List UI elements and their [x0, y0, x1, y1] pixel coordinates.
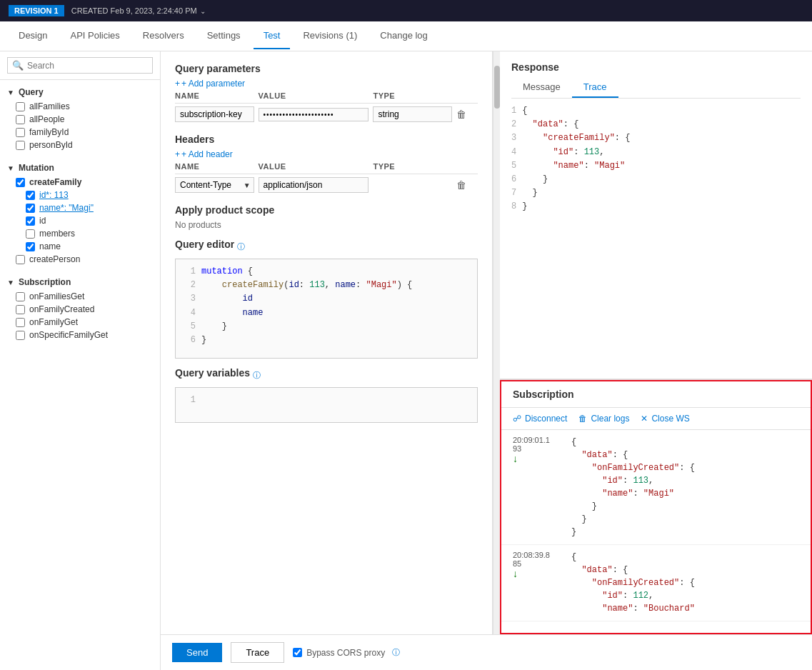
resp-line-7: 7 }	[511, 186, 801, 200]
resp-line-6: 6 }	[511, 173, 801, 186]
tab-api-policies[interactable]: API Policies	[60, 23, 129, 49]
query-editor[interactable]: 1 mutation { 2 createFamily(id: 113, nam…	[175, 259, 478, 359]
header-value-input[interactable]	[259, 177, 369, 193]
checkbox-onfamilycreated[interactable]	[16, 305, 25, 314]
param-type-input[interactable]	[373, 106, 452, 122]
sub-entry-json-0: { "data": { "onFamilyCreated": { "id": 1…	[571, 436, 695, 539]
send-button[interactable]: Send	[172, 643, 222, 662]
tab-revisions[interactable]: Revisions (1)	[293, 23, 367, 49]
checkbox-allfamilies[interactable]	[16, 102, 25, 111]
section-header-query[interactable]: ▼ Query	[0, 84, 160, 100]
sidebar-item-onspecificfamilyget[interactable]: onSpecificFamilyGet	[0, 329, 160, 341]
sidebar-item-allfamilies[interactable]: allFamilies	[0, 100, 160, 113]
trace-button[interactable]: Trace	[231, 642, 284, 663]
sidebar-item-members[interactable]: members	[0, 227, 160, 240]
close-ws-icon: ✕	[641, 414, 648, 424]
sidebar-item-name-field[interactable]: name	[0, 240, 160, 253]
product-scope-section: Apply product scope No products	[175, 204, 478, 230]
sidebar-item-onfamilyget[interactable]: onFamilyGet	[0, 316, 160, 329]
sidebar-item-name-param[interactable]: name*: "Magi"	[0, 201, 160, 214]
response-code-block: 1{ 2 "data": { 3 "createFamily": { 4 "id…	[511, 104, 801, 214]
search-input-wrap: 🔍	[7, 57, 153, 74]
item-label-createperson: createPerson	[29, 254, 80, 264]
checkbox-members[interactable]	[26, 229, 35, 239]
param-name-input[interactable]	[175, 106, 254, 122]
response-section: Response Message Trace 1{ 2 "data": { 3 …	[500, 51, 812, 380]
download-icon-0: ↓	[513, 453, 518, 464]
query-variables-title: Query variables	[175, 367, 250, 379]
checkbox-createfamily[interactable]	[16, 178, 25, 187]
chevron-mutation-icon: ▼	[7, 164, 14, 172]
disconnect-icon: ☍	[513, 414, 521, 424]
search-input[interactable]	[27, 61, 148, 71]
editor-line-1: 1 mutation {	[181, 265, 471, 279]
section-header-mutation[interactable]: ▼ Mutation	[0, 160, 160, 176]
checkbox-allpeople[interactable]	[16, 115, 25, 124]
bypass-cors-wrap: Bypass CORS proxy ⓘ	[293, 647, 400, 658]
resp-line-2: 2 "data": {	[511, 118, 801, 131]
checkbox-onspecificfamilyget[interactable]	[16, 331, 25, 340]
sidebar-section-subscription: ▼ Subscription onFamiliesGet onFamilyCre…	[0, 270, 160, 346]
item-label-onfamilycreated: onFamilyCreated	[29, 304, 94, 314]
bypass-cors-checkbox[interactable]	[293, 648, 302, 657]
sidebar-item-personbyid[interactable]: personById	[0, 139, 160, 151]
sidebar-item-onfamiliesget[interactable]: onFamiliesGet	[0, 290, 160, 303]
resp-line-8: 8}	[511, 200, 801, 214]
bypass-cors-info-icon[interactable]: ⓘ	[392, 647, 400, 658]
revision-chevron-icon[interactable]: ⌄	[200, 7, 206, 15]
header-delete-button[interactable]: 🗑	[456, 179, 478, 191]
header-name-select[interactable]: Content-Type	[176, 178, 254, 192]
product-scope-value: No products	[175, 220, 478, 230]
disconnect-button[interactable]: ☍ Disconnect	[513, 414, 567, 424]
item-label-onspecificfamilyget: onSpecificFamilyGet	[29, 330, 108, 340]
checkbox-personbyid[interactable]	[16, 141, 25, 150]
sidebar-item-familybyid[interactable]: familyById	[0, 126, 160, 139]
item-label-members: members	[39, 229, 75, 239]
resp-line-3: 3 "createFamily": {	[511, 131, 801, 145]
query-editor-info-icon[interactable]: ⓘ	[237, 241, 245, 252]
tab-resolvers[interactable]: Resolvers	[133, 23, 194, 49]
sidebar-item-allpeople[interactable]: allPeople	[0, 113, 160, 126]
chevron-subscription-icon: ▼	[7, 279, 14, 286]
section-header-subscription[interactable]: ▼ Subscription	[0, 274, 160, 290]
query-variables-section: Query variables ⓘ 1	[175, 367, 478, 423]
clear-logs-button[interactable]: 🗑 Clear logs	[578, 414, 629, 424]
tab-change-log[interactable]: Change log	[370, 23, 438, 49]
sidebar-item-onfamilycreated[interactable]: onFamilyCreated	[0, 303, 160, 316]
item-label-createfamily: createFamily	[29, 177, 81, 187]
query-editor-title: Query editor	[175, 239, 234, 250]
tab-test[interactable]: Test	[254, 23, 291, 49]
item-label-id-param: id*: 113	[39, 190, 69, 200]
param-table-header: NAME VALUE TYPE	[175, 89, 478, 104]
checkbox-onfamilyget[interactable]	[16, 318, 25, 327]
checkbox-onfamiliesget[interactable]	[16, 292, 25, 301]
checkbox-id-field[interactable]	[26, 216, 35, 226]
checkbox-name-param[interactable]	[26, 204, 35, 213]
sidebar-item-createperson[interactable]: createPerson	[0, 253, 160, 266]
tab-trace[interactable]: Trace	[572, 77, 618, 98]
scroll-thumb[interactable]	[494, 66, 500, 109]
sidebar-item-id-param[interactable]: id*: 113	[0, 189, 160, 201]
query-variables-info-icon[interactable]: ⓘ	[253, 370, 261, 381]
checkbox-createperson[interactable]	[16, 255, 25, 264]
tab-settings[interactable]: Settings	[197, 23, 251, 49]
query-variables-editor[interactable]: 1	[175, 387, 478, 423]
close-ws-button[interactable]: ✕ Close WS	[641, 414, 689, 424]
checkbox-id-param[interactable]	[26, 191, 35, 200]
tab-message[interactable]: Message	[511, 77, 572, 98]
checkbox-name-field[interactable]	[26, 242, 35, 251]
bottom-bar: Send Trace Bypass CORS proxy ⓘ	[161, 634, 812, 670]
add-parameter-button[interactable]: + + Add parameter	[175, 79, 478, 89]
query-params-section: Query parameters + + Add parameter NAME …	[175, 63, 478, 125]
resp-line-4: 4 "id": 113,	[511, 146, 801, 159]
editor-line-2: 2 createFamily(id: 113, name: "Magi") {	[181, 279, 471, 292]
sidebar-item-id-field[interactable]: id	[0, 214, 160, 227]
sidebar-item-createfamily[interactable]: createFamily	[0, 176, 160, 189]
scroll-track[interactable]	[493, 51, 500, 634]
tab-design[interactable]: Design	[9, 23, 57, 49]
param-value-input[interactable]	[259, 108, 369, 121]
add-header-button[interactable]: + + Add header	[175, 149, 478, 159]
param-delete-button[interactable]: 🗑	[456, 109, 478, 120]
query-params-title: Query parameters	[175, 63, 478, 74]
checkbox-familybyid[interactable]	[16, 128, 25, 137]
